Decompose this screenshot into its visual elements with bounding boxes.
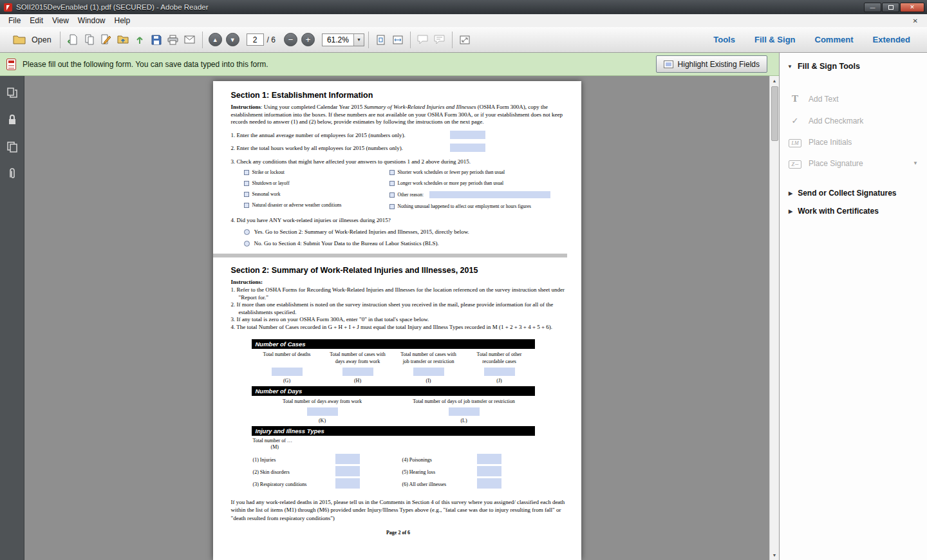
maximize-button[interactable] [882,3,899,12]
email-icon[interactable] [182,32,198,48]
tools-link[interactable]: Tools [713,35,735,44]
fill-sign-tools-header[interactable]: ▼ Fill & Sign Tools [780,53,927,77]
window-controls: — ✕ [864,3,924,12]
no-radio[interactable] [244,241,250,247]
menu-window[interactable]: Window [73,15,110,26]
navigation-sidebar [0,76,24,560]
other-reason-field[interactable] [429,191,550,198]
fullscreen-icon[interactable] [456,32,473,48]
toolbar: Open ▲ ▼ / 6 − + [0,27,927,53]
fit-page-icon[interactable] [373,32,389,48]
scroll-down-icon[interactable]: ▼ [770,550,780,560]
shutdown-or-layoff-checkbox[interactable] [244,181,249,186]
minimize-button[interactable]: — [864,3,881,12]
total-deaths-field[interactable] [272,368,303,376]
page-thumbnails-icon[interactable] [6,86,19,99]
pages-icon[interactable] [6,140,19,153]
fill-sign-tools-label: Fill & Sign Tools [798,62,860,71]
place-signature-tool[interactable]: Z∼ Place Signature ▼ [780,153,927,174]
summary-table: Number of Cases Total number of deaths T… [252,339,535,490]
hearing-loss-field[interactable] [477,466,501,476]
column-header: Total number of deaths [252,349,323,365]
open-button[interactable]: Open [6,31,56,49]
skin-disorders-field[interactable] [335,466,360,476]
cases-days-away-field[interactable] [342,368,373,376]
scroll-up-icon[interactable]: ▲ [770,76,780,86]
menu-file[interactable]: File [4,15,25,26]
menubar-close-icon[interactable]: ✕ [908,17,923,24]
menu-view[interactable]: View [48,15,73,26]
cases-job-transfer-field[interactable] [413,368,444,376]
comment-link[interactable]: Comment [815,35,854,44]
close-button[interactable]: ✕ [900,3,924,12]
injuries-field[interactable] [335,454,360,464]
poisonings-field[interactable] [477,454,501,464]
question3-label: 3. Check any conditions that might have … [231,158,566,165]
expand-triangle-icon: ▶ [789,191,792,196]
shorter-schedules-checkbox[interactable] [389,170,395,175]
zoom-in-button[interactable]: + [301,33,315,46]
folder-upload-icon[interactable] [115,32,131,48]
checkbox-row: Longer work schedules or more pay period… [389,180,566,186]
days-away-field[interactable] [307,407,338,416]
deaths-note: If you had any work-related deaths in 20… [231,498,566,521]
hours-2015-field[interactable] [450,144,485,152]
send-collect-signatures-section[interactable]: ▶ Send or Collect Signatures [780,184,927,202]
instruction-item: 1. Refer to the OSHA Forms for Recording… [231,286,566,301]
zoom-dropdown-icon[interactable]: ▼ [353,34,364,46]
add-checkmark-tool[interactable]: ✓ Add Checkmark [780,110,927,131]
section-divider [213,254,567,257]
menu-help[interactable]: Help [110,15,135,26]
type-label: (3) Respiratory conditions [253,481,335,487]
checkbox-label: Natural disaster or adverse weather cond… [252,202,342,208]
print-icon[interactable] [165,32,182,48]
nothing-unusual-checkbox[interactable] [389,204,395,209]
convert-file-icon[interactable] [81,32,98,48]
export-pdf-icon[interactable] [64,32,81,48]
vertical-scrollbar[interactable]: ▲ ▼ [769,76,779,560]
page-number-input[interactable] [247,33,264,46]
natural-disaster-checkbox[interactable] [244,203,249,208]
save-icon[interactable] [148,32,165,48]
seasonal-work-checkbox[interactable] [244,192,249,197]
next-page-button[interactable]: ▼ [226,33,239,46]
fit-width-icon[interactable] [389,32,406,48]
other-recordable-cases-field[interactable] [484,368,515,376]
menu-edit[interactable]: Edit [25,15,48,26]
days-job-transfer-field[interactable] [449,407,480,416]
instruction-item: 4. The total Number of Cases recorded in… [231,324,566,331]
signature-dropdown-icon[interactable]: ▼ [913,160,918,166]
share-icon[interactable] [131,32,148,48]
add-text-tool[interactable]: T Add Text [780,88,927,110]
yes-radio[interactable] [244,229,250,235]
form-notification-bar: Please fill out the following form. You … [0,53,779,76]
document-row: Section 1: Establishment Information Ins… [0,76,779,560]
column-tag: (K) [252,418,393,426]
extended-link[interactable]: Extended [872,35,910,44]
lock-icon[interactable] [6,113,19,126]
work-with-certificates-section[interactable]: ▶ Work with Certificates [780,202,927,220]
place-initials-tool[interactable]: LM Place Initials [780,131,927,153]
other-reason-checkbox[interactable] [389,192,395,198]
scrollbar-thumb[interactable] [771,86,778,141]
zoom-out-button[interactable]: − [284,33,297,46]
type-label: (4) Poisonings [402,457,477,463]
comment-bubble-icon[interactable] [415,32,431,48]
checkbox-label: Longer work schedules or more pay period… [398,180,504,186]
longer-schedules-checkbox[interactable] [389,181,395,186]
section2-instructions-label: Instructions: [231,279,566,285]
respiratory-conditions-field[interactable] [335,478,360,489]
column-tag: (L) [393,418,535,426]
annotation-icon[interactable] [431,32,448,48]
zoom-level-select[interactable]: 61.2% ▼ [322,33,364,46]
checkbox-label: Shutdown or layoff [252,180,290,186]
strike-or-lockout-checkbox[interactable] [244,170,249,175]
fill-sign-link[interactable]: Fill & Sign [754,35,796,44]
attachments-paperclip-icon[interactable] [6,167,19,180]
add-text-icon: T [789,93,801,104]
all-other-illnesses-field[interactable] [477,478,501,489]
previous-page-button[interactable]: ▲ [209,33,222,46]
employees-2015-field[interactable] [450,131,485,139]
highlight-existing-fields-button[interactable]: Highlight Existing Fields [656,55,767,73]
sign-pen-icon[interactable] [98,32,115,48]
